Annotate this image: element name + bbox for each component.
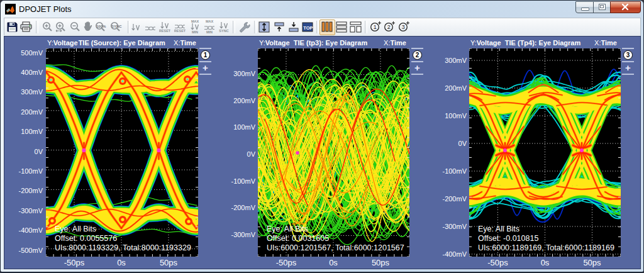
- svg-text:100%: 100%: [96, 25, 106, 28]
- svg-text:SYNC: SYNC: [219, 29, 228, 33]
- svg-text:RESET: RESET: [174, 29, 186, 33]
- svg-text:TOP: TOP: [303, 25, 313, 31]
- svg-text:SYNC: SYNC: [111, 25, 122, 28]
- svg-text:MIN: MIN: [192, 30, 198, 34]
- svg-text:3: 3: [402, 24, 405, 30]
- svg-text:MAX: MAX: [191, 20, 199, 23]
- svg-text:RESET: RESET: [159, 29, 170, 33]
- svg-text:MAX: MAX: [206, 20, 214, 23]
- svg-text:1: 1: [374, 24, 377, 30]
- svg-text:MIN: MIN: [206, 30, 213, 34]
- svg-text:2: 2: [387, 24, 391, 30]
